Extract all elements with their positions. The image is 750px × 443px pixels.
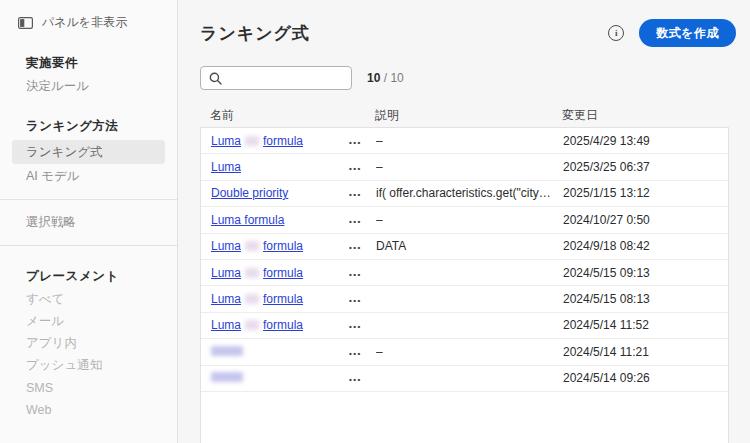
- sidebar-item-メール[interactable]: メール: [12, 312, 165, 331]
- row-actions-button[interactable]: •••: [349, 349, 362, 358]
- app-window: パネルを非表示 実施要件決定ルールランキング方法ランキング式AI モデル選択戦略…: [0, 0, 750, 443]
- formula-link[interactable]: [211, 372, 243, 382]
- formula-name-text: formula: [263, 239, 303, 253]
- formula-name-text: Double priority: [211, 186, 288, 200]
- redacted-text: [211, 346, 243, 356]
- formula-name-text: Luma: [211, 318, 241, 332]
- redacted-text: [245, 241, 259, 251]
- sidebar-item-選択戦略[interactable]: 選択戦略: [12, 213, 165, 232]
- row-actions-button[interactable]: •••: [349, 270, 362, 279]
- formula-link[interactable]: Luma: [211, 160, 241, 174]
- panel-icon: [18, 17, 33, 29]
- hide-panel-label: パネルを非表示: [42, 14, 127, 31]
- modified-date-cell: 2025/4/29 13:49: [563, 134, 718, 148]
- row-actions-button[interactable]: •••: [349, 375, 362, 384]
- divider: [0, 245, 177, 246]
- redacted-text: [245, 268, 259, 278]
- count-total: 10: [390, 71, 403, 85]
- actions-cell: •••: [349, 318, 376, 332]
- row-actions-button[interactable]: •••: [349, 243, 362, 252]
- actions-cell: •••: [349, 239, 376, 253]
- actions-cell: •••: [349, 371, 376, 385]
- header-actions: i 数式を作成: [608, 19, 736, 47]
- name-cell: [211, 371, 349, 385]
- hide-panel-button[interactable]: パネルを非表示: [0, 0, 177, 33]
- description-cell: –: [376, 160, 563, 174]
- formula-link[interactable]: Lumaformula: [211, 292, 303, 306]
- column-header-description[interactable]: 説明: [375, 107, 562, 124]
- row-actions-button[interactable]: •••: [349, 322, 362, 331]
- description-cell: –: [376, 345, 563, 359]
- name-cell: [211, 345, 349, 359]
- actions-cell: •••: [349, 160, 376, 174]
- actions-cell: •••: [349, 134, 376, 148]
- modified-date-cell: 2025/1/15 13:12: [563, 186, 718, 200]
- formula-link[interactable]: Lumaformula: [211, 239, 303, 253]
- sidebar-item-ランキング式[interactable]: ランキング式: [12, 140, 165, 164]
- sidebar-section-header: プレースメント: [16, 268, 161, 285]
- formula-name-text: formula: [263, 292, 303, 306]
- info-icon[interactable]: i: [608, 25, 624, 41]
- name-cell: Lumaformula: [211, 266, 349, 280]
- actions-cell: •••: [349, 213, 376, 227]
- formula-name-text: Luma: [211, 292, 241, 306]
- modified-date-cell: 2024/5/15 08:13: [563, 292, 718, 306]
- formulas-table: 名前 説明 変更日 Lumaformula•••–2025/4/29 13:49…: [200, 103, 729, 443]
- search-input[interactable]: [228, 70, 343, 86]
- column-header-modified[interactable]: 変更日: [562, 107, 719, 124]
- row-actions-button[interactable]: •••: [349, 164, 362, 173]
- column-header-name[interactable]: 名前: [210, 107, 348, 124]
- actions-cell: •••: [349, 345, 376, 359]
- count-separator: /: [380, 71, 390, 85]
- formula-link[interactable]: Luma formula: [211, 213, 284, 227]
- formula-name-text: Luma: [211, 266, 241, 280]
- modified-date-cell: 2024/5/14 09:26: [563, 371, 718, 385]
- modified-date-cell: 2024/10/27 0:50: [563, 213, 718, 227]
- formula-link[interactable]: Lumaformula: [211, 318, 303, 332]
- sidebar-item-SMS[interactable]: SMS: [12, 378, 165, 397]
- row-actions-button[interactable]: •••: [349, 296, 362, 305]
- table-row: Lumaformula•••2024/5/15 09:13: [201, 260, 728, 286]
- sidebar: パネルを非表示 実施要件決定ルールランキング方法ランキング式AI モデル選択戦略…: [0, 0, 178, 443]
- sidebar-item-Web[interactable]: Web: [12, 400, 165, 419]
- formula-link[interactable]: Lumaformula: [211, 266, 303, 280]
- sidebar-item-アプリ内[interactable]: アプリ内: [12, 334, 165, 353]
- formula-name-text: Luma formula: [211, 213, 284, 227]
- table-row: Luma•••–2025/3/25 06:37: [201, 154, 728, 180]
- search-icon: [209, 72, 222, 85]
- name-cell: Lumaformula: [211, 318, 349, 332]
- name-cell: Luma: [211, 160, 349, 174]
- formula-name-text: Luma: [211, 134, 241, 148]
- sidebar-item-プッシュ通知[interactable]: プッシュ通知: [12, 356, 165, 375]
- table-row: •••–2024/5/14 11:21: [201, 339, 728, 365]
- formula-name-text: formula: [263, 266, 303, 280]
- table-header-row: 名前 説明 変更日: [200, 103, 729, 127]
- sidebar-item-AI モデル[interactable]: AI モデル: [12, 167, 165, 186]
- page-header: ランキング式 i 数式を作成: [200, 0, 750, 47]
- table-row: Lumaformula•••2024/5/14 11:52: [201, 313, 728, 339]
- row-actions-button[interactable]: •••: [349, 217, 362, 226]
- row-actions-button[interactable]: •••: [349, 190, 362, 199]
- create-formula-button[interactable]: 数式を作成: [639, 19, 736, 47]
- actions-cell: •••: [349, 186, 376, 200]
- redacted-text: [211, 372, 243, 382]
- name-cell: Double priority: [211, 186, 349, 200]
- modified-date-cell: 2025/3/25 06:37: [563, 160, 718, 174]
- sidebar-item-決定ルール[interactable]: 決定ルール: [12, 77, 165, 96]
- result-count: 10 / 10: [367, 71, 404, 85]
- table-row: Double priority•••if( offer.characterist…: [201, 181, 728, 207]
- row-actions-button[interactable]: •••: [349, 138, 362, 147]
- formula-link[interactable]: [211, 346, 243, 356]
- sidebar-item-すべて[interactable]: すべて: [12, 290, 165, 309]
- formula-link[interactable]: Double priority: [211, 186, 288, 200]
- description-cell: DATA: [376, 239, 563, 253]
- page-title: ランキング式: [200, 22, 310, 45]
- redacted-text: [245, 136, 259, 146]
- description-cell: –: [376, 134, 563, 148]
- formula-link[interactable]: Lumaformula: [211, 134, 303, 148]
- sidebar-section-header: ランキング方法: [16, 118, 161, 135]
- table-row: Lumaformula•••2024/5/15 08:13: [201, 286, 728, 312]
- modified-date-cell: 2024/5/14 11:21: [563, 345, 718, 359]
- modified-date-cell: 2024/5/14 11:52: [563, 318, 718, 332]
- toolbar: 10 / 10: [200, 66, 750, 90]
